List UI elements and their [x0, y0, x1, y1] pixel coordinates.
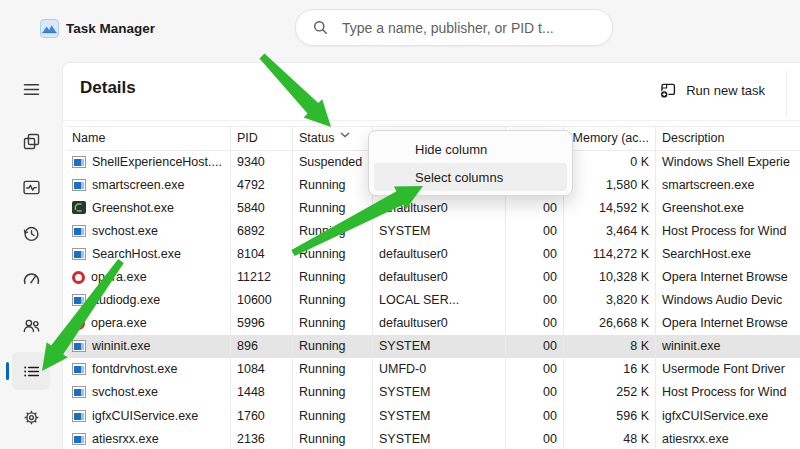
sidebar-item-processes[interactable]: [12, 122, 50, 160]
cell-cpu: 00: [506, 219, 564, 242]
run-new-task-button[interactable]: Run new task: [657, 78, 767, 103]
cell-text: 00: [543, 432, 557, 446]
search-box[interactable]: [295, 9, 613, 46]
cell-name: igfxCUIService.exe: [66, 404, 231, 427]
cell-status: Running: [293, 219, 373, 242]
cell-text: 00: [543, 316, 557, 330]
titlebar: Task Manager: [0, 0, 800, 62]
sort-chevron-icon: [340, 127, 350, 145]
task-manager-icon: [40, 19, 59, 38]
sidebar-item-app-history[interactable]: [12, 214, 50, 252]
cell-text: 5840: [237, 201, 265, 215]
cell-pid: 10600: [231, 289, 293, 312]
opera-icon: [72, 317, 85, 330]
cell-cpu: 00: [506, 289, 564, 312]
cell-user: defaultuser0: [373, 312, 506, 335]
cell-desc: smartscreen.exe: [656, 173, 800, 196]
cell-memory: 8 K: [564, 335, 656, 358]
cell-text: Running: [299, 224, 346, 238]
cell-text: 00: [543, 247, 557, 261]
cell-text: Running: [299, 270, 346, 284]
column-header-label: Name: [72, 131, 105, 145]
cell-cpu: 00: [506, 312, 564, 335]
sidebar-item-details[interactable]: [12, 352, 50, 390]
search-icon: [313, 20, 328, 35]
cell-user: defaultuser0: [373, 196, 506, 219]
table-row[interactable]: opera.exe5996Runningdefaultuser00026,668…: [66, 312, 800, 335]
cell-cpu: 00: [506, 335, 564, 358]
cell-cpu: 00: [506, 196, 564, 219]
details-toolbar: Details Run new task: [63, 63, 800, 121]
cell-text: 4792: [237, 178, 265, 192]
cell-status: Running: [293, 312, 373, 335]
cell-status: Suspended: [293, 150, 373, 173]
column-header-memory-ac[interactable]: Memory (ac...: [564, 127, 656, 150]
window-icon: [72, 386, 86, 398]
menu-item-label: Select columns: [415, 170, 503, 185]
table-row[interactable]: opera.exe11212Runningdefaultuser00010,32…: [66, 265, 800, 288]
sidebar-item-performance[interactable]: [12, 168, 50, 206]
table-row[interactable]: Greenshot.exe5840Runningdefaultuser00014…: [66, 196, 800, 219]
cell-name: opera.exe: [66, 265, 231, 288]
cell-text: 5996: [237, 316, 265, 330]
cell-pid: 5840: [231, 196, 293, 219]
cell-pid: 1448: [231, 381, 293, 404]
column-header-label: Status: [299, 131, 334, 145]
cell-text: wininit.exe: [92, 339, 150, 353]
menu-item-select-columns[interactable]: Select columns: [374, 163, 567, 191]
cell-memory: 14,592 K: [564, 196, 656, 219]
table-row[interactable]: atiesrxx.exe2136RunningSYSTEM0048 Katies…: [66, 427, 800, 449]
cell-desc: Windows Shell Experie: [656, 150, 800, 173]
cell-text: 00: [543, 362, 557, 376]
task-manager-window: Task Manager Details: [0, 0, 800, 449]
cell-text: SYSTEM: [379, 385, 430, 399]
cell-text: 1084: [237, 362, 265, 376]
table-row[interactable]: wininit.exe896RunningSYSTEM008 Kwininit.…: [66, 335, 800, 358]
sidebar-item-startup-apps[interactable]: [12, 260, 50, 298]
cell-user: defaultuser0: [373, 242, 506, 265]
cell-text: 1760: [237, 409, 265, 423]
column-header-description[interactable]: Description: [656, 127, 800, 150]
cell-text: defaultuser0: [379, 316, 448, 330]
table-row[interactable]: igfxCUIService.exe1760RunningSYSTEM00596…: [66, 404, 800, 427]
cell-memory: 10,328 K: [564, 265, 656, 288]
cell-text: 0 K: [630, 155, 649, 169]
table-row[interactable]: fontdrvhost.exe1084RunningUMFD-00016 KUs…: [66, 358, 800, 381]
run-new-task-icon: [659, 82, 677, 99]
table-row[interactable]: SearchHost.exe8104Runningdefaultuser0001…: [66, 242, 800, 265]
sidebar-item-services[interactable]: [12, 398, 50, 436]
cell-pid: 9340: [231, 150, 293, 173]
cell-cpu: 00: [506, 242, 564, 265]
hamburger-menu-button[interactable]: [12, 70, 50, 108]
cell-text: defaultuser0: [379, 201, 448, 215]
cell-text: 8 K: [630, 339, 649, 353]
cell-memory: 596 K: [564, 404, 656, 427]
cell-text: 9340: [237, 155, 265, 169]
search-input[interactable]: [340, 19, 612, 37]
window-icon: [72, 340, 86, 352]
table-row[interactable]: audiodg.exe10600RunningLOCAL SER...003,8…: [66, 289, 800, 312]
cell-name: ShellExperienceHost....: [66, 150, 231, 173]
processes-icon: [21, 131, 42, 152]
cell-text: 11212: [237, 270, 271, 284]
cell-text: 10,328 K: [599, 270, 649, 284]
details-icon: [21, 361, 42, 382]
column-header-pid[interactable]: PID: [231, 127, 293, 150]
table-row[interactable]: svchost.exe6892RunningSYSTEM003,464 KHos…: [66, 219, 800, 242]
cell-text: 2136: [237, 432, 265, 446]
cell-text: 00: [543, 339, 557, 353]
cell-status: Running: [293, 404, 373, 427]
cell-text: audiodg.exe: [92, 293, 160, 307]
column-header-status[interactable]: Status: [293, 127, 373, 150]
cell-cpu: 00: [506, 427, 564, 449]
table-row[interactable]: svchost.exe1448RunningSYSTEM00252 KHost …: [66, 381, 800, 404]
sidebar-item-users[interactable]: [12, 306, 50, 344]
selected-accent-bar: [6, 362, 9, 380]
cell-name: smartscreen.exe: [66, 173, 231, 196]
menu-item-hide-column[interactable]: Hide column: [374, 135, 567, 163]
hamburger-icon: [21, 79, 42, 100]
window-icon: [72, 156, 86, 168]
cell-user: SYSTEM: [373, 335, 506, 358]
column-header-name[interactable]: Name: [66, 127, 231, 150]
cell-text: LOCAL SER...: [379, 293, 459, 307]
